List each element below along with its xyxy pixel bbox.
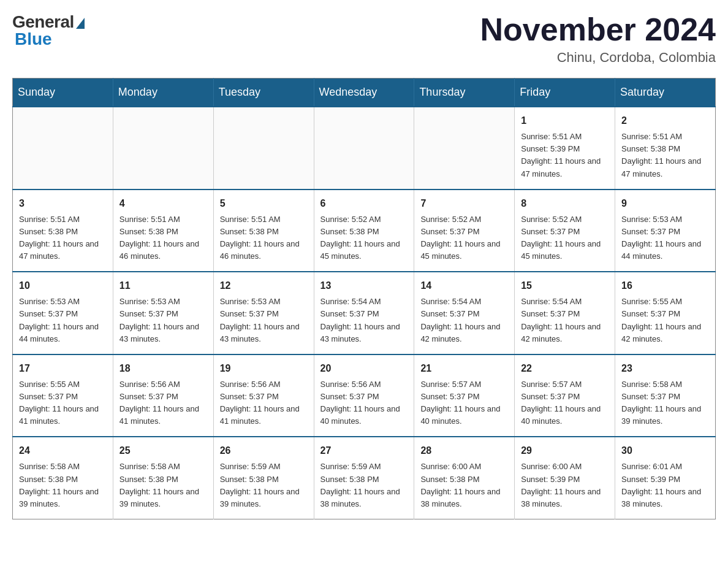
calendar-cell: 9Sunrise: 5:53 AM Sunset: 5:37 PM Daylig… (615, 190, 716, 272)
day-number: 28 (420, 443, 508, 458)
calendar-week-row: 24Sunrise: 5:58 AM Sunset: 5:38 PM Dayli… (13, 437, 716, 519)
day-number: 12 (220, 278, 308, 293)
day-number: 17 (19, 361, 107, 376)
page-header: General Blue November 2024 Chinu, Cordob… (12, 12, 716, 66)
weekday-header-sunday: Sunday (13, 79, 113, 107)
day-info: Sunrise: 5:54 AM Sunset: 5:37 PM Dayligh… (320, 296, 408, 345)
calendar-cell: 19Sunrise: 5:56 AM Sunset: 5:37 PM Dayli… (213, 354, 314, 437)
calendar-cell (113, 107, 213, 190)
day-info: Sunrise: 5:58 AM Sunset: 5:38 PM Dayligh… (119, 461, 207, 510)
day-number: 3 (19, 196, 107, 211)
day-info: Sunrise: 5:53 AM Sunset: 5:37 PM Dayligh… (119, 296, 207, 345)
day-info: Sunrise: 5:57 AM Sunset: 5:37 PM Dayligh… (420, 378, 508, 428)
weekday-header-tuesday: Tuesday (213, 79, 314, 107)
day-info: Sunrise: 5:55 AM Sunset: 5:37 PM Dayligh… (19, 378, 107, 428)
day-number: 14 (420, 278, 508, 293)
calendar-cell: 13Sunrise: 5:54 AM Sunset: 5:37 PM Dayli… (314, 272, 414, 354)
day-info: Sunrise: 5:52 AM Sunset: 5:37 PM Dayligh… (521, 213, 609, 263)
calendar-cell: 15Sunrise: 5:54 AM Sunset: 5:37 PM Dayli… (515, 272, 615, 354)
day-info: Sunrise: 6:01 AM Sunset: 5:39 PM Dayligh… (621, 461, 709, 510)
day-info: Sunrise: 6:00 AM Sunset: 5:38 PM Dayligh… (420, 461, 508, 510)
calendar-cell (314, 107, 414, 190)
calendar-cell: 12Sunrise: 5:53 AM Sunset: 5:37 PM Dayli… (213, 272, 314, 354)
day-number: 22 (521, 361, 609, 376)
day-number: 13 (320, 278, 408, 293)
day-number: 26 (220, 443, 308, 458)
day-number: 4 (119, 196, 207, 211)
calendar-cell: 4Sunrise: 5:51 AM Sunset: 5:38 PM Daylig… (113, 190, 213, 272)
day-number: 16 (621, 278, 709, 293)
weekday-header-friday: Friday (515, 79, 615, 107)
calendar-week-row: 10Sunrise: 5:53 AM Sunset: 5:37 PM Dayli… (13, 272, 716, 354)
day-info: Sunrise: 5:56 AM Sunset: 5:37 PM Dayligh… (220, 378, 308, 428)
day-info: Sunrise: 5:55 AM Sunset: 5:37 PM Dayligh… (621, 296, 709, 345)
day-info: Sunrise: 5:51 AM Sunset: 5:38 PM Dayligh… (119, 213, 207, 263)
day-number: 15 (521, 278, 609, 293)
calendar-cell: 25Sunrise: 5:58 AM Sunset: 5:38 PM Dayli… (113, 437, 213, 519)
calendar-cell: 11Sunrise: 5:53 AM Sunset: 5:37 PM Dayli… (113, 272, 213, 354)
day-number: 24 (19, 443, 107, 458)
month-title: November 2024 (480, 12, 716, 47)
day-info: Sunrise: 5:56 AM Sunset: 5:37 PM Dayligh… (119, 378, 207, 428)
day-number: 2 (621, 113, 709, 128)
day-info: Sunrise: 5:59 AM Sunset: 5:38 PM Dayligh… (320, 461, 408, 510)
day-number: 27 (320, 443, 408, 458)
day-number: 6 (320, 196, 408, 211)
calendar-week-row: 17Sunrise: 5:55 AM Sunset: 5:37 PM Dayli… (13, 354, 716, 437)
day-info: Sunrise: 5:58 AM Sunset: 5:37 PM Dayligh… (621, 378, 709, 428)
day-number: 25 (119, 443, 207, 458)
calendar-cell: 30Sunrise: 6:01 AM Sunset: 5:39 PM Dayli… (615, 437, 716, 519)
calendar-cell: 5Sunrise: 5:51 AM Sunset: 5:38 PM Daylig… (213, 190, 314, 272)
title-section: November 2024 Chinu, Cordoba, Colombia (480, 12, 716, 66)
day-number: 29 (521, 443, 609, 458)
calendar-cell: 6Sunrise: 5:52 AM Sunset: 5:38 PM Daylig… (314, 190, 414, 272)
calendar-cell: 22Sunrise: 5:57 AM Sunset: 5:37 PM Dayli… (515, 354, 615, 437)
calendar-cell: 28Sunrise: 6:00 AM Sunset: 5:38 PM Dayli… (414, 437, 515, 519)
day-info: Sunrise: 5:54 AM Sunset: 5:37 PM Dayligh… (521, 296, 609, 345)
day-number: 23 (621, 361, 709, 376)
day-number: 21 (420, 361, 508, 376)
calendar-week-row: 1Sunrise: 5:51 AM Sunset: 5:39 PM Daylig… (13, 107, 716, 190)
calendar-week-row: 3Sunrise: 5:51 AM Sunset: 5:38 PM Daylig… (13, 190, 716, 272)
calendar-cell: 27Sunrise: 5:59 AM Sunset: 5:38 PM Dayli… (314, 437, 414, 519)
calendar-cell: 16Sunrise: 5:55 AM Sunset: 5:37 PM Dayli… (615, 272, 716, 354)
logo-blue-text: Blue (12, 29, 52, 49)
calendar-cell: 3Sunrise: 5:51 AM Sunset: 5:38 PM Daylig… (13, 190, 113, 272)
calendar-cell: 20Sunrise: 5:56 AM Sunset: 5:37 PM Dayli… (314, 354, 414, 437)
day-info: Sunrise: 5:53 AM Sunset: 5:37 PM Dayligh… (621, 213, 709, 263)
calendar-cell: 17Sunrise: 5:55 AM Sunset: 5:37 PM Dayli… (13, 354, 113, 437)
day-info: Sunrise: 5:54 AM Sunset: 5:37 PM Dayligh… (420, 296, 508, 345)
day-info: Sunrise: 5:53 AM Sunset: 5:37 PM Dayligh… (220, 296, 308, 345)
weekday-header-thursday: Thursday (414, 79, 515, 107)
calendar-cell: 24Sunrise: 5:58 AM Sunset: 5:38 PM Dayli… (13, 437, 113, 519)
logo-triangle-icon (76, 18, 85, 29)
calendar-cell: 18Sunrise: 5:56 AM Sunset: 5:37 PM Dayli… (113, 354, 213, 437)
day-number: 5 (220, 196, 308, 211)
day-number: 1 (521, 113, 609, 128)
calendar-cell: 7Sunrise: 5:52 AM Sunset: 5:37 PM Daylig… (414, 190, 515, 272)
calendar-cell (414, 107, 515, 190)
calendar-cell: 14Sunrise: 5:54 AM Sunset: 5:37 PM Dayli… (414, 272, 515, 354)
day-number: 9 (621, 196, 709, 211)
day-info: Sunrise: 5:57 AM Sunset: 5:37 PM Dayligh… (521, 378, 609, 428)
calendar-cell (213, 107, 314, 190)
day-number: 18 (119, 361, 207, 376)
day-number: 10 (19, 278, 107, 293)
day-info: Sunrise: 5:51 AM Sunset: 5:38 PM Dayligh… (621, 131, 709, 180)
day-number: 30 (621, 443, 709, 458)
calendar-cell (13, 107, 113, 190)
day-number: 7 (420, 196, 508, 211)
day-info: Sunrise: 6:00 AM Sunset: 5:39 PM Dayligh… (521, 461, 609, 510)
day-number: 20 (320, 361, 408, 376)
day-info: Sunrise: 5:52 AM Sunset: 5:38 PM Dayligh… (320, 213, 408, 263)
day-number: 11 (119, 278, 207, 293)
day-info: Sunrise: 5:56 AM Sunset: 5:37 PM Dayligh… (320, 378, 408, 428)
calendar-cell: 26Sunrise: 5:59 AM Sunset: 5:38 PM Dayli… (213, 437, 314, 519)
day-number: 8 (521, 196, 609, 211)
calendar-cell: 29Sunrise: 6:00 AM Sunset: 5:39 PM Dayli… (515, 437, 615, 519)
day-info: Sunrise: 5:51 AM Sunset: 5:39 PM Dayligh… (521, 131, 609, 180)
weekday-header-wednesday: Wednesday (314, 79, 414, 107)
weekday-header-monday: Monday (113, 79, 213, 107)
calendar-cell: 21Sunrise: 5:57 AM Sunset: 5:37 PM Dayli… (414, 354, 515, 437)
calendar-cell: 2Sunrise: 5:51 AM Sunset: 5:38 PM Daylig… (615, 107, 716, 190)
